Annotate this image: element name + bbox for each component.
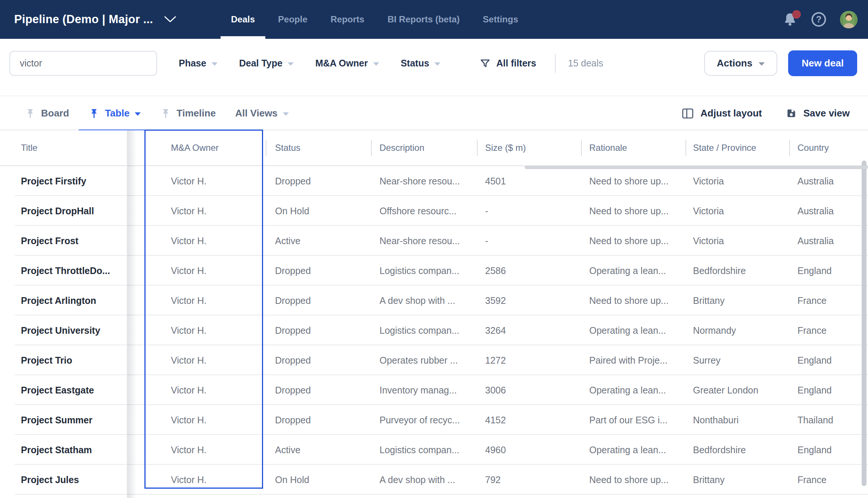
cell-rationale[interactable]: Part of our ESG i... bbox=[581, 415, 686, 426]
cell-country[interactable]: Australia bbox=[789, 176, 868, 187]
cell-status[interactable]: Active bbox=[266, 236, 371, 246]
cell-state[interactable]: Normandy bbox=[686, 325, 789, 336]
cell-title[interactable]: Project Eastgate bbox=[0, 385, 127, 396]
filter-ma-owner[interactable]: M&A Owner bbox=[315, 58, 379, 69]
cell-description[interactable]: Near-shore resou... bbox=[371, 176, 477, 187]
table-row[interactable]: Project TrioVictor H.DroppedOperates rub… bbox=[0, 345, 868, 375]
cell-rationale[interactable]: Operating a lean... bbox=[581, 385, 686, 396]
cell-owner[interactable]: Victor H. bbox=[145, 474, 266, 485]
cell-title[interactable]: Project Frost bbox=[0, 236, 127, 246]
cell-rationale[interactable]: Paired with Proje... bbox=[581, 355, 686, 366]
cell-description[interactable]: Near-shore resou... bbox=[371, 236, 477, 246]
cell-state[interactable]: Greater London bbox=[686, 385, 789, 396]
cell-description[interactable]: A dev shop with ... bbox=[371, 474, 477, 485]
new-deal-button[interactable]: New deal bbox=[788, 50, 857, 76]
table-row[interactable]: Project JulesVictor H.On HoldA dev shop … bbox=[0, 465, 868, 495]
cell-state[interactable]: Brittany bbox=[686, 295, 789, 306]
adjust-layout-button[interactable]: Adjust layout bbox=[682, 108, 762, 119]
cell-description[interactable]: Operates rubber ... bbox=[371, 355, 477, 366]
cell-state[interactable]: Victoria bbox=[686, 176, 789, 187]
cell-title[interactable]: Project DropHall bbox=[0, 206, 127, 217]
cell-owner[interactable]: Victor H. bbox=[145, 295, 266, 306]
pipeline-selector[interactable]: Pipeline (Demo | Major ... bbox=[14, 0, 177, 39]
cell-size[interactable]: 2586 bbox=[477, 265, 581, 276]
cell-status[interactable]: On Hold bbox=[266, 474, 371, 485]
cell-rationale[interactable]: Operating a lean... bbox=[581, 445, 686, 455]
cell-status[interactable]: On Hold bbox=[266, 206, 371, 217]
cell-size[interactable]: - bbox=[477, 236, 581, 246]
cell-size[interactable]: 4960 bbox=[477, 445, 581, 455]
cell-title[interactable]: Project Arlington bbox=[0, 295, 127, 306]
table-row[interactable]: Project UniversityVictor H.DroppedLogist… bbox=[0, 315, 868, 345]
cell-rationale[interactable]: Need to shore up... bbox=[581, 474, 686, 485]
filter-deal-type[interactable]: Deal Type bbox=[239, 58, 294, 69]
cell-rationale[interactable]: Need to shore up... bbox=[581, 236, 686, 246]
cell-owner[interactable]: Victor H. bbox=[145, 445, 266, 455]
filter-phase[interactable]: Phase bbox=[179, 58, 218, 69]
cell-owner[interactable]: Victor H. bbox=[145, 385, 266, 396]
cell-owner[interactable]: Victor H. bbox=[145, 206, 266, 217]
cell-description[interactable]: Logistics compan... bbox=[371, 265, 477, 276]
cell-rationale[interactable]: Need to shore up... bbox=[581, 295, 686, 306]
nav-tab-reports[interactable]: Reports bbox=[319, 0, 376, 39]
user-avatar[interactable] bbox=[840, 11, 858, 28]
nav-tab-bi-reports[interactable]: BI Reports (beta) bbox=[376, 0, 471, 39]
cell-state[interactable]: Victoria bbox=[686, 206, 789, 217]
cell-country[interactable]: England bbox=[789, 445, 868, 455]
cell-rationale[interactable]: Need to shore up... bbox=[581, 176, 686, 187]
cell-owner[interactable]: Victor H. bbox=[145, 265, 266, 276]
cell-title[interactable]: Project Firstify bbox=[0, 176, 127, 187]
column-header-status[interactable]: Status bbox=[266, 130, 371, 165]
cell-title[interactable]: Project Statham bbox=[0, 445, 127, 455]
cell-country[interactable]: Thailand bbox=[789, 415, 868, 426]
view-tab-board[interactable]: Board bbox=[15, 96, 79, 130]
cell-title[interactable]: Project Jules bbox=[0, 474, 127, 485]
cell-description[interactable]: A dev shop with ... bbox=[371, 295, 477, 306]
cell-status[interactable]: Dropped bbox=[266, 325, 371, 336]
cell-rationale[interactable]: Operating a lean... bbox=[581, 325, 686, 336]
cell-title[interactable]: Project Summer bbox=[0, 415, 127, 426]
table-row[interactable]: Project FirstifyVictor H.DroppedNear-sho… bbox=[0, 166, 868, 196]
cell-status[interactable]: Dropped bbox=[266, 176, 371, 187]
cell-status[interactable]: Dropped bbox=[266, 355, 371, 366]
column-header-size[interactable]: Size ($ m) bbox=[477, 130, 581, 165]
cell-title[interactable]: Project ThrottleDo... bbox=[0, 265, 127, 276]
cell-owner[interactable]: Victor H. bbox=[145, 415, 266, 426]
cell-owner[interactable]: Victor H. bbox=[145, 325, 266, 336]
cell-state[interactable]: Surrey bbox=[686, 355, 789, 366]
cell-state[interactable]: Nonthaburi bbox=[686, 415, 789, 426]
cell-state[interactable]: Bedfordshire bbox=[686, 265, 789, 276]
cell-state[interactable]: Bedfordshire bbox=[686, 445, 789, 455]
cell-size[interactable]: 3006 bbox=[477, 385, 581, 396]
horizontal-scrollbar-thumb[interactable] bbox=[525, 166, 868, 169]
cell-description[interactable]: Inventory manag... bbox=[371, 385, 477, 396]
column-header-state-province[interactable]: State / Province bbox=[686, 130, 789, 165]
cell-title[interactable]: Project University bbox=[0, 325, 127, 336]
cell-owner[interactable]: Victor H. bbox=[145, 176, 266, 187]
notifications-button[interactable] bbox=[783, 12, 797, 27]
table-row[interactable]: Project FrostVictor H.ActiveNear-shore r… bbox=[0, 226, 868, 256]
help-button[interactable]: ? bbox=[811, 12, 827, 27]
table-row[interactable]: Project SummerVictor H.DroppedPurveyor o… bbox=[0, 405, 868, 435]
nav-tab-settings[interactable]: Settings bbox=[471, 0, 530, 39]
cell-owner[interactable]: Victor H. bbox=[145, 236, 266, 246]
cell-country[interactable]: England bbox=[789, 355, 868, 366]
view-tab-timeline[interactable]: Timeline bbox=[150, 96, 225, 130]
column-header-rationale[interactable]: Rationale bbox=[581, 130, 686, 165]
cell-size[interactable]: 4152 bbox=[477, 415, 581, 426]
cell-state[interactable]: Brittany bbox=[686, 474, 789, 485]
cell-country[interactable]: Australia bbox=[789, 236, 868, 246]
column-header-country[interactable]: Country bbox=[789, 130, 868, 165]
cell-size[interactable]: 792 bbox=[477, 474, 581, 485]
save-view-button[interactable]: Save view bbox=[786, 108, 850, 119]
view-tab-table[interactable]: Table bbox=[79, 96, 150, 130]
vertical-scrollbar-thumb[interactable] bbox=[862, 161, 867, 486]
search-input[interactable] bbox=[9, 51, 157, 76]
cell-size[interactable]: - bbox=[477, 206, 581, 217]
table-row[interactable]: Project StathamVictor H.ActiveLogistics … bbox=[0, 435, 868, 465]
cell-country[interactable]: France bbox=[789, 295, 868, 306]
actions-button[interactable]: Actions bbox=[704, 51, 777, 76]
cell-status[interactable]: Dropped bbox=[266, 415, 371, 426]
cell-status[interactable]: Dropped bbox=[266, 385, 371, 396]
table-row[interactable]: Project DropHallVictor H.On HoldOffshore… bbox=[0, 196, 868, 226]
